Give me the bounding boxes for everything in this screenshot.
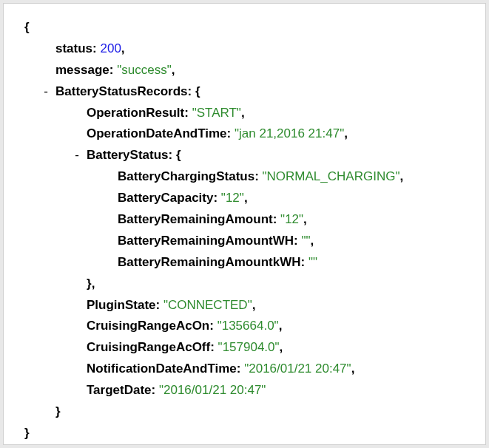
notification-datetime-row: NotificationDateAndTime: "2016/01/21 20:…: [24, 359, 473, 380]
target-date-value: "2016/01/21 20:47": [159, 383, 266, 397]
bsr-key: BatteryStatusRecords: [55, 84, 188, 98]
status-key: status: [55, 41, 92, 55]
battery-remaining-row: BatteryRemainingAmount: "12",: [24, 209, 473, 231]
target-date-row: TargetDate: "2016/01/21 20:47": [24, 380, 473, 401]
bsr-close-brace: }: [24, 401, 473, 423]
collapse-toggle-icon[interactable]: -: [72, 145, 82, 166]
battery-capacity-value: "12": [221, 191, 244, 205]
charging-status-row: BatteryChargingStatus: "NORMAL_CHARGING"…: [24, 166, 473, 188]
operation-result-value: "START": [192, 106, 241, 120]
battery-remaining-wh-row: BatteryRemainingAmountWH: "",: [24, 231, 473, 252]
cruising-range-off-row: CruisingRangeAcOff: "157904.0",: [24, 337, 473, 359]
battery-remaining-kwh-value: "": [308, 255, 317, 269]
charging-status-value: "NORMAL_CHARGING": [263, 169, 400, 183]
cruising-range-off-value: "157904.0": [218, 340, 280, 354]
notification-datetime-value: "2016/01/21 20:47": [244, 362, 351, 376]
battery-remaining-wh-value: "": [301, 234, 310, 248]
message-value: "success": [117, 63, 172, 77]
battery-remaining-kwh-row: BatteryRemainingAmountkWH: "": [24, 252, 473, 274]
message-row: message: "success",: [24, 60, 473, 81]
status-value: 200: [100, 41, 121, 55]
battery-capacity-row: BatteryCapacity: "12",: [24, 188, 473, 209]
root-open-brace: {: [24, 17, 473, 38]
operation-result-row: OperationResult: "START",: [24, 103, 473, 124]
battery-status-close-brace: },: [24, 274, 473, 295]
message-key: message: [55, 63, 109, 77]
plugin-state-row: PluginState: "CONNECTED",: [24, 295, 473, 316]
status-row: status: 200,: [24, 38, 473, 60]
cruising-range-on-value: "135664.0": [217, 319, 279, 333]
battery-status-records-row: -BatteryStatusRecords: {: [24, 81, 473, 103]
json-viewer-panel: { status: 200, message: "success", -Batt…: [3, 3, 486, 445]
battery-remaining-value: "12": [280, 212, 303, 226]
plugin-state-value: "CONNECTED": [163, 298, 252, 312]
operation-datetime-row: OperationDateAndTime: "jan 21,2016 21:47…: [24, 123, 473, 145]
battery-status-row: -BatteryStatus: {: [24, 145, 473, 166]
collapse-toggle-icon[interactable]: -: [41, 81, 51, 103]
root-close-brace: }: [24, 423, 473, 444]
operation-datetime-value: "jan 21,2016 21:47": [235, 126, 344, 140]
cruising-range-on-row: CruisingRangeAcOn: "135664.0",: [24, 316, 473, 337]
